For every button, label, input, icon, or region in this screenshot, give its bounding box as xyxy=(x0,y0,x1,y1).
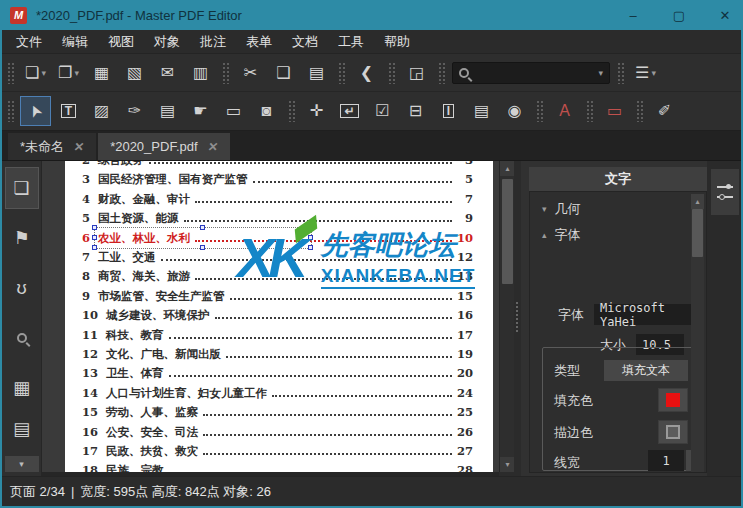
save[interactable]: ▦ xyxy=(86,58,117,88)
annotations-panel[interactable]: ▤ xyxy=(5,417,39,443)
toc-entry-title[interactable]: 卫生、体育 xyxy=(106,366,164,381)
section-font[interactable]: ▴ 字体 xyxy=(530,218,706,244)
stroke-color-button[interactable] xyxy=(658,420,688,444)
panel-splitter[interactable] xyxy=(514,161,521,476)
splitter-grip[interactable] xyxy=(515,301,519,333)
selection-handle[interactable] xyxy=(92,235,97,240)
toolbar-overflow-menu-dropdown-arrow-icon[interactable]: ▾ xyxy=(651,68,656,78)
menu-item-7[interactable]: 工具 xyxy=(328,30,374,54)
toc-entry-title[interactable]: 国民经济管理、国有资产监管 xyxy=(98,172,248,187)
menu-item-0[interactable]: 文件 xyxy=(6,30,52,54)
line-width-input[interactable]: 1 xyxy=(648,450,684,471)
save-as[interactable]: ▧ xyxy=(119,58,150,88)
menu-item-6[interactable]: 文档 xyxy=(282,30,328,54)
open-file-dropdown-arrow-icon[interactable]: ▾ xyxy=(74,68,79,78)
text-annotation-tool[interactable]: A xyxy=(549,96,580,126)
search-panel[interactable] xyxy=(5,317,39,359)
combobox-tool[interactable]: ⊟ xyxy=(400,96,431,126)
search-box[interactable]: ▾ xyxy=(452,62,610,84)
menu-item-1[interactable]: 编辑 xyxy=(52,30,98,54)
edit-path-tool[interactable]: ✑ xyxy=(119,96,150,126)
menu-item-2[interactable]: 视图 xyxy=(98,30,144,54)
back[interactable]: ❮ xyxy=(351,58,382,88)
text-type-dropdown[interactable]: 填充文本 xyxy=(604,360,688,381)
document-viewport[interactable]: 2综合政务33国民经济管理、国有资产监管54财政、金融、审计75国土资源、能源9… xyxy=(42,161,499,472)
select-object-tool[interactable]: ➤ xyxy=(20,96,51,126)
paste[interactable]: ▤ xyxy=(301,58,332,88)
new-document[interactable]: ❏▾ xyxy=(20,58,51,88)
menu-item-5[interactable]: 表单 xyxy=(236,30,282,54)
form-fields-panel[interactable]: ▦ xyxy=(5,367,39,409)
minimize-button[interactable]: – xyxy=(625,8,641,23)
toc-entry-title[interactable]: 劳动、人事、监察 xyxy=(106,405,198,420)
toc-entry-title[interactable]: 工业、交通 xyxy=(98,250,156,265)
tab-0[interactable]: *未命名✕ xyxy=(8,133,96,160)
toc-entry-title[interactable]: 民族、宗教 xyxy=(106,463,164,472)
properties-tab[interactable] xyxy=(711,169,739,215)
menu-item-3[interactable]: 对象 xyxy=(144,30,190,54)
menu-item-4[interactable]: 批注 xyxy=(190,30,236,54)
fit-transform[interactable]: ◲ xyxy=(401,58,432,88)
print[interactable]: ▥ xyxy=(185,58,216,88)
section-geometry[interactable]: ▾ 几何 xyxy=(530,192,706,218)
toc-entry-title[interactable]: 公安、安全、司法 xyxy=(106,425,198,440)
radio-button-tool[interactable]: ◉ xyxy=(499,96,530,126)
snapshot-tool[interactable]: ◙ xyxy=(251,96,282,126)
toc-entry-title[interactable]: 民政、扶贫、救灾 xyxy=(106,444,198,459)
eraser-tool[interactable]: ✐ xyxy=(649,96,680,126)
edit-form-tool[interactable]: ▤ xyxy=(152,96,183,126)
toc-entry-title[interactable]: 人口与计划生育、妇女儿童工作 xyxy=(106,386,267,401)
fill-color-button[interactable] xyxy=(658,388,688,412)
copy[interactable]: ❑ xyxy=(268,58,299,88)
search-input[interactable] xyxy=(469,66,598,80)
selection-handle[interactable] xyxy=(200,225,205,230)
toc-entry-title[interactable]: 市场监管、安全生产监管 xyxy=(98,289,225,304)
font-name-input[interactable]: Microsoft YaHei xyxy=(594,304,698,325)
checkbox-tool[interactable]: ☑ xyxy=(367,96,398,126)
select-area-tool[interactable]: ▭ xyxy=(218,96,249,126)
scroll-down-icon[interactable]: ▾ xyxy=(500,457,515,472)
link-tool[interactable]: ✛ xyxy=(301,96,332,126)
tab-close-icon[interactable]: ✕ xyxy=(206,140,219,154)
toc-entry-title[interactable]: 财政、金融、审计 xyxy=(98,192,190,207)
toc-entry-title[interactable]: 商贸、海关、旅游 xyxy=(98,269,190,284)
tab-1[interactable]: *2020_PDF.pdf✕ xyxy=(98,133,230,160)
selection-handle[interactable] xyxy=(200,245,205,250)
listbox-tool[interactable]: ▤ xyxy=(466,96,497,126)
maximize-button[interactable]: ▢ xyxy=(671,8,687,23)
edit-text-tool[interactable]: T xyxy=(53,96,84,126)
new-document-dropdown-arrow-icon[interactable]: ▾ xyxy=(41,68,46,78)
toc-entry-title[interactable]: 国土资源、能源 xyxy=(98,211,179,226)
search-dropdown-arrow-icon[interactable]: ▾ xyxy=(598,68,603,78)
panel-scrollbar[interactable]: ▴ xyxy=(691,194,704,472)
scrollbar-thumb[interactable] xyxy=(502,179,513,284)
edit-image-tool-icon: ▨ xyxy=(94,103,109,119)
panel-scrollbar-thumb[interactable] xyxy=(692,209,703,257)
sidebar-scroll-down-button[interactable]: ▾ xyxy=(5,456,39,472)
cut[interactable]: ✂ xyxy=(235,58,266,88)
toc-entry-title[interactable]: 文化、广电、新闻出版 xyxy=(106,347,221,362)
open-file[interactable]: ❐▾ xyxy=(53,58,84,88)
document-scrollbar[interactable]: ▴ ▾ xyxy=(499,161,514,472)
text-field-tool[interactable]: I xyxy=(433,96,464,126)
toolbar-overflow-menu[interactable]: ☰▾ xyxy=(630,58,661,88)
selection-handle[interactable] xyxy=(92,245,97,250)
selection-handle[interactable] xyxy=(92,225,97,230)
toc-entry-title[interactable]: 城乡建设、环境保护 xyxy=(106,308,210,323)
scroll-up-icon[interactable]: ▴ xyxy=(500,161,515,176)
close-button[interactable]: ✕ xyxy=(717,8,733,23)
attachments-panel[interactable]: ʊ xyxy=(5,267,39,309)
rectangle-annotation-tool[interactable]: ▭ xyxy=(599,96,630,126)
panel-scroll-up-icon[interactable]: ▴ xyxy=(691,194,704,209)
email[interactable]: ✉ xyxy=(152,58,183,88)
tab-close-icon[interactable]: ✕ xyxy=(73,140,86,154)
pages-panel[interactable]: ❏ xyxy=(5,167,39,209)
menu-item-8[interactable]: 帮助 xyxy=(374,30,420,54)
edit-image-tool[interactable]: ▨ xyxy=(86,96,117,126)
toc-entry-title[interactable]: 综合政务 xyxy=(98,161,144,168)
bookmarks-panel[interactable]: ⚑ xyxy=(5,217,39,259)
pdf-page[interactable]: 2综合政务33国民经济管理、国有资产监管54财政、金融、审计75国土资源、能源9… xyxy=(65,161,493,472)
hand-tool[interactable]: ☛ xyxy=(185,96,216,126)
push-button-tool[interactable]: ↵ xyxy=(334,96,365,126)
toc-entry-title[interactable]: 科技、教育 xyxy=(106,328,164,343)
